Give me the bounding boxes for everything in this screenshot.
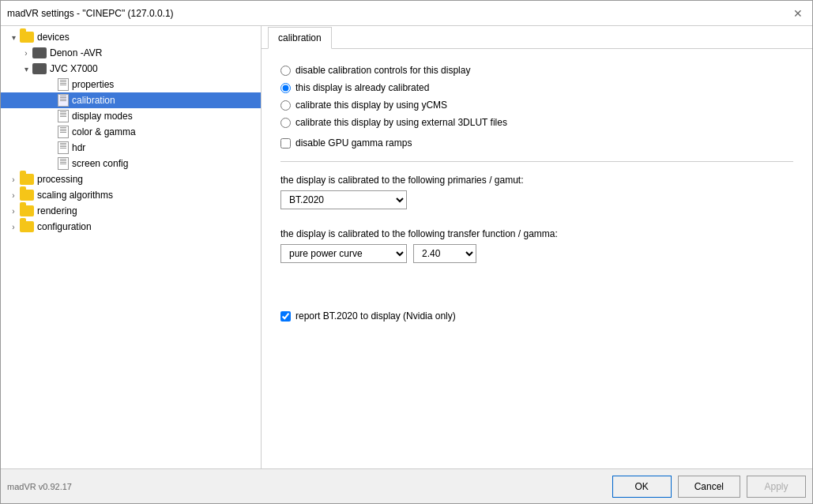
bottom-bar: madVR v0.92.17 OK Cancel Apply (1, 468, 812, 503)
doc-icon-hdr (58, 141, 69, 154)
radio-label-disable[interactable]: disable calibration controls for this di… (295, 65, 470, 76)
sidebar-label-devices: devices (37, 32, 70, 43)
tab-calibration-label: calibration (278, 32, 322, 43)
sidebar-item-jvc[interactable]: ▾ JVC X7000 (1, 61, 261, 77)
sidebar-label-denon: Denon -AVR (50, 47, 102, 58)
content-area: calibration disable calibration controls… (262, 26, 812, 468)
radio-calibrate-ycms[interactable] (280, 100, 291, 111)
arrow-display-modes (45, 110, 58, 122)
cancel-button[interactable]: Cancel (678, 476, 740, 498)
sidebar-item-scaling-algorithms[interactable]: › scaling algorithms (1, 187, 261, 203)
radio-label-3dlut[interactable]: calibrate this display by using external… (295, 117, 507, 128)
checkbox-disable-gpu-gamma[interactable] (280, 138, 291, 149)
arrow-color-gamma (45, 126, 58, 138)
arrow-scaling-algorithms: › (7, 189, 20, 201)
divider-1 (280, 161, 793, 162)
sidebar-label-calibration: calibration (72, 95, 115, 106)
button-group: OK Cancel Apply (612, 476, 806, 498)
folder-icon-scaling-algorithms (20, 190, 34, 201)
radio-label-ycms[interactable]: calibrate this display by using yCMS (295, 100, 447, 111)
checkbox-item-report-bt2020: report BT.2020 to display (Nvidia only) (280, 310, 793, 322)
doc-icon-color-gamma (58, 126, 69, 138)
sidebar-item-hdr[interactable]: hdr (1, 140, 261, 156)
radio-item-disable: disable calibration controls for this di… (280, 65, 793, 76)
apply-button[interactable]: Apply (747, 476, 806, 498)
doc-icon-screen-config (58, 157, 69, 170)
transfer-select[interactable]: pure power curve sRGB BT.1886 gamma 2.2 … (280, 244, 407, 263)
transfer-select-wrapper: pure power curve sRGB BT.1886 gamma 2.2 … (280, 244, 793, 263)
primaries-select[interactable]: BT.2020 BT.709 DCI-P3 Custom (280, 190, 407, 209)
device-icon-denon (32, 47, 47, 58)
arrow-configuration: › (7, 220, 20, 233)
sidebar-item-devices[interactable]: ▾ devices (1, 29, 261, 45)
sidebar-item-denon[interactable]: › Denon -AVR (1, 45, 261, 61)
arrow-devices: ▾ (7, 31, 20, 43)
sidebar-item-color-gamma[interactable]: color & gamma (1, 124, 261, 140)
sidebar-label-color-gamma: color & gamma (72, 126, 136, 137)
sidebar-label-properties: properties (72, 79, 114, 90)
arrow-jvc: ▾ (20, 62, 32, 75)
doc-icon-display-modes (58, 110, 69, 122)
ok-button[interactable]: OK (612, 476, 672, 498)
transfer-row: the display is calibrated to the followi… (280, 228, 793, 263)
radio-item-already: this display is already calibrated (280, 82, 793, 93)
calibration-radio-group: disable calibration controls for this di… (280, 65, 793, 128)
arrow-rendering: › (7, 205, 20, 217)
sidebar-label-scaling-algorithms: scaling algorithms (37, 190, 113, 201)
radio-item-ycms: calibrate this display by using yCMS (280, 100, 793, 111)
tab-calibration[interactable]: calibration (268, 27, 332, 49)
sidebar: ▾ devices › Denon -AVR ▾ JVC X7000 (1, 26, 262, 468)
sidebar-label-display-modes: display modes (72, 111, 133, 122)
doc-icon-calibration (58, 94, 69, 107)
window-title: madVR settings - "CINEPC" (127.0.0.1) (7, 8, 174, 19)
radio-disable-calibration[interactable] (280, 66, 291, 76)
sidebar-label-jvc: JVC X7000 (50, 63, 98, 74)
arrow-denon: › (20, 47, 32, 59)
checkbox-label-report-bt2020[interactable]: report BT.2020 to display (Nvidia only) (295, 310, 456, 322)
sidebar-item-screen-config[interactable]: screen config (1, 156, 261, 171)
close-button[interactable]: ✕ (790, 6, 806, 21)
sidebar-item-properties[interactable]: properties (1, 77, 261, 92)
arrow-hdr (45, 141, 58, 154)
sidebar-label-processing: processing (37, 174, 83, 185)
transfer-label: the display is calibrated to the followi… (280, 228, 793, 239)
arrow-properties (45, 78, 58, 91)
arrow-calibration (45, 94, 58, 107)
arrow-screen-config (45, 157, 58, 170)
sidebar-label-rendering: rendering (37, 205, 77, 216)
sidebar-item-calibration[interactable]: calibration (1, 92, 261, 108)
sidebar-label-configuration: configuration (37, 221, 92, 232)
sidebar-label-screen-config: screen config (72, 158, 128, 169)
sidebar-item-display-modes[interactable]: display modes (1, 108, 261, 124)
sidebar-item-processing[interactable]: › processing (1, 171, 261, 187)
sidebar-item-rendering[interactable]: › rendering (1, 203, 261, 219)
gamma-select[interactable]: 2.20 2.35 2.40 2.50 (413, 244, 476, 263)
folder-icon-configuration (20, 221, 34, 232)
arrow-processing: › (7, 173, 20, 186)
primaries-select-wrapper: BT.2020 BT.709 DCI-P3 Custom (280, 190, 793, 209)
radio-item-3dlut: calibrate this display by using external… (280, 117, 793, 128)
title-bar: madVR settings - "CINEPC" (127.0.0.1) ✕ (1, 1, 812, 26)
checkbox-report-bt2020[interactable] (280, 311, 291, 322)
calibration-panel: disable calibration controls for this di… (262, 49, 812, 468)
primaries-label: the display is calibrated to the followi… (280, 175, 793, 186)
tab-bar: calibration (262, 26, 812, 49)
radio-already-calibrated[interactable] (280, 83, 291, 93)
folder-icon-devices (20, 32, 34, 43)
radio-calibrate-3dlut[interactable] (280, 118, 291, 128)
doc-icon-properties (58, 78, 69, 91)
device-icon-jvc (32, 63, 47, 74)
radio-label-already[interactable]: this display is already calibrated (295, 82, 429, 93)
primaries-row: the display is calibrated to the followi… (280, 175, 793, 209)
sidebar-item-configuration[interactable]: › configuration (1, 219, 261, 235)
version-text: madVR v0.92.17 (7, 482, 72, 491)
folder-icon-processing (20, 174, 34, 185)
checkbox-label-gpu-gamma[interactable]: disable GPU gamma ramps (295, 137, 412, 149)
folder-icon-rendering (20, 205, 34, 216)
main-window: madVR settings - "CINEPC" (127.0.0.1) ✕ … (0, 0, 813, 504)
checkbox-item-gpu-gamma: disable GPU gamma ramps (280, 137, 793, 149)
sidebar-label-hdr: hdr (72, 142, 85, 153)
main-content: ▾ devices › Denon -AVR ▾ JVC X7000 (1, 26, 812, 468)
